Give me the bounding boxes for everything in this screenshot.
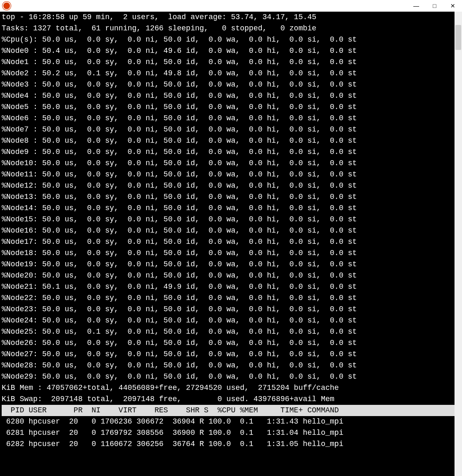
node-line-7: %Node7 : 50.0 us, 0.0 sy, 0.0 ni, 50.0 i…: [2, 124, 455, 135]
close-button[interactable]: ✕: [444, 0, 462, 12]
node-line-28: %Node28: 50.0 us, 0.0 sy, 0.0 ni, 50.0 i…: [2, 360, 455, 371]
app-icon: [2, 2, 11, 10]
node-line-14: %Node14: 50.0 us, 0.0 sy, 0.0 ni, 50.0 i…: [2, 203, 455, 214]
node-line-24: %Node24: 50.0 us, 0.0 sy, 0.0 ni, 50.0 i…: [2, 315, 455, 326]
node-line-6: %Node6 : 50.0 us, 0.0 sy, 0.0 ni, 50.0 i…: [2, 113, 455, 124]
terminal-output[interactable]: top - 16:28:58 up 59 min, 2 users, load …: [0, 12, 456, 476]
maximize-button[interactable]: □: [425, 0, 444, 12]
node-line-10: %Node10: 50.0 us, 0.0 sy, 0.0 ni, 50.0 i…: [2, 158, 455, 169]
node-line-13: %Node13: 50.0 us, 0.0 sy, 0.0 ni, 50.0 i…: [2, 191, 455, 203]
swap-line: KiB Swap: 2097148 total, 2097148 free, 0…: [2, 394, 455, 405]
node-line-29: %Node29: 50.0 us, 0.0 sy, 0.0 ni, 50.0 i…: [2, 371, 455, 382]
cpu-summary-line: %Cpu(s): 50.0 us, 0.0 sy, 0.0 ni, 50.0 i…: [2, 34, 455, 45]
node-line-4: %Node4 : 50.0 us, 0.0 sy, 0.0 ni, 50.0 i…: [2, 90, 455, 102]
node-line-3: %Node3 : 50.0 us, 0.0 sy, 0.0 ni, 50.0 i…: [2, 79, 455, 90]
window-titlebar[interactable]: — □ ✕: [0, 0, 462, 12]
node-line-9: %Node9 : 50.0 us, 0.0 sy, 0.0 ni, 50.0 i…: [2, 146, 455, 158]
node-line-8: %Node8 : 50.0 us, 0.0 sy, 0.0 ni, 50.0 i…: [2, 135, 455, 146]
node-line-23: %Node23: 50.0 us, 0.0 sy, 0.0 ni, 50.0 i…: [2, 304, 455, 315]
node-line-15: %Node15: 50.0 us, 0.0 sy, 0.0 ni, 50.0 i…: [2, 214, 455, 225]
scroll-thumb[interactable]: [455, 25, 461, 50]
node-line-19: %Node19: 50.0 us, 0.0 sy, 0.0 ni, 50.0 i…: [2, 259, 455, 270]
node-line-2: %Node2 : 50.2 us, 0.1 sy, 0.0 ni, 49.8 i…: [2, 68, 455, 79]
node-line-5: %Node5 : 50.0 us, 0.0 sy, 0.0 ni, 50.0 i…: [2, 102, 455, 113]
node-line-17: %Node17: 50.0 us, 0.0 sy, 0.0 ni, 50.0 i…: [2, 236, 455, 248]
node-line-0: %Node0 : 50.4 us, 0.0 sy, 0.0 ni, 49.6 i…: [2, 45, 455, 57]
node-line-20: %Node20: 50.0 us, 0.0 sy, 0.0 ni, 50.0 i…: [2, 270, 455, 281]
node-line-18: %Node18: 50.0 us, 0.0 sy, 0.0 ni, 50.0 i…: [2, 248, 455, 259]
tasks-line: Tasks: 1327 total, 61 running, 1266 slee…: [2, 23, 455, 34]
process-row-0: 6280 hpcuser 20 0 1706236 306672 36904 R…: [2, 416, 455, 427]
top-summary-line: top - 16:28:58 up 59 min, 2 users, load …: [2, 12, 455, 23]
window-controls: — □ ✕: [407, 0, 462, 12]
mem-line: KiB Mem : 47057062+total, 44056089+free,…: [2, 382, 455, 394]
process-row-1: 6281 hpcuser 20 0 1769792 308556 36900 R…: [2, 427, 455, 439]
node-line-11: %Node11: 50.0 us, 0.0 sy, 0.0 ni, 50.0 i…: [2, 169, 455, 180]
minimize-button[interactable]: —: [407, 0, 425, 12]
node-line-26: %Node26: 50.0 us, 0.0 sy, 0.0 ni, 50.0 i…: [2, 337, 455, 349]
node-line-21: %Node21: 50.1 us, 0.0 sy, 0.0 ni, 49.9 i…: [2, 281, 455, 293]
node-line-27: %Node27: 50.0 us, 0.0 sy, 0.0 ni, 50.0 i…: [2, 349, 455, 360]
vertical-scrollbar[interactable]: ▴: [455, 12, 462, 476]
node-line-1: %Node1 : 50.0 us, 0.0 sy, 0.0 ni, 50.0 i…: [2, 57, 455, 68]
node-line-22: %Node22: 50.0 us, 0.0 sy, 0.0 ni, 50.0 i…: [2, 293, 455, 304]
node-line-12: %Node12: 50.0 us, 0.0 sy, 0.0 ni, 50.0 i…: [2, 180, 455, 191]
node-line-25: %Node25: 50.0 us, 0.1 sy, 0.0 ni, 50.0 i…: [2, 326, 455, 337]
process-row-2: 6282 hpcuser 20 0 1160672 306256 36764 R…: [2, 439, 455, 450]
process-table-header[interactable]: PID USER PR NI VIRT RES SHR S %CPU %MEM …: [2, 405, 455, 416]
node-line-16: %Node16: 50.0 us, 0.0 sy, 0.0 ni, 50.0 i…: [2, 225, 455, 236]
